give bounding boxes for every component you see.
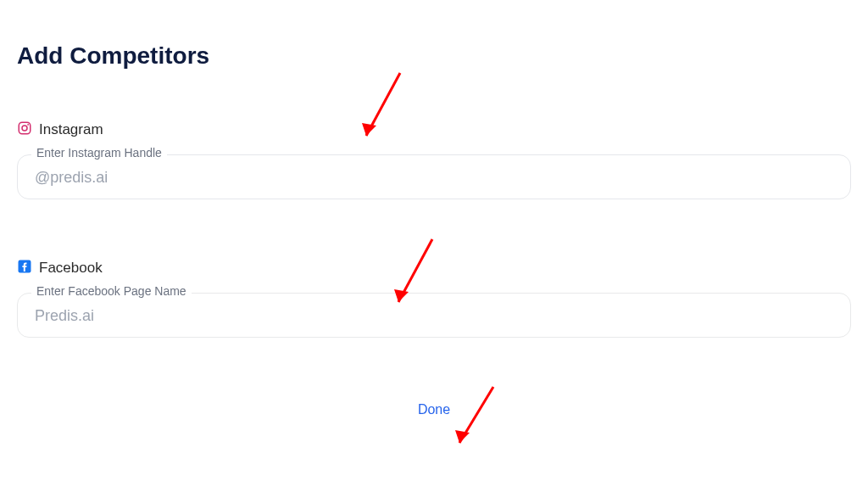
facebook-icon [17, 259, 32, 277]
instagram-header: Instagram [17, 120, 851, 139]
instagram-icon [17, 120, 32, 139]
svg-point-2 [27, 124, 29, 126]
svg-point-1 [22, 126, 27, 131]
facebook-page-input[interactable] [33, 294, 835, 337]
svg-line-8 [459, 387, 493, 443]
svg-marker-9 [455, 430, 470, 443]
instagram-handle-input[interactable] [33, 155, 835, 199]
page-title: Add Competitors [17, 42, 851, 70]
facebook-label: Facebook [39, 260, 103, 277]
done-button[interactable]: Done [408, 397, 460, 423]
facebook-section: Facebook Enter Facebook Page Name [17, 259, 851, 338]
instagram-label: Instagram [39, 121, 103, 138]
instagram-fieldset: Enter Instagram Handle [17, 154, 851, 199]
facebook-fieldset: Enter Facebook Page Name [17, 293, 851, 338]
instagram-section: Instagram Enter Instagram Handle [17, 120, 851, 199]
facebook-header: Facebook [17, 259, 851, 277]
facebook-field-legend: Enter Facebook Page Name [31, 284, 192, 298]
instagram-field-legend: Enter Instagram Handle [31, 146, 167, 160]
